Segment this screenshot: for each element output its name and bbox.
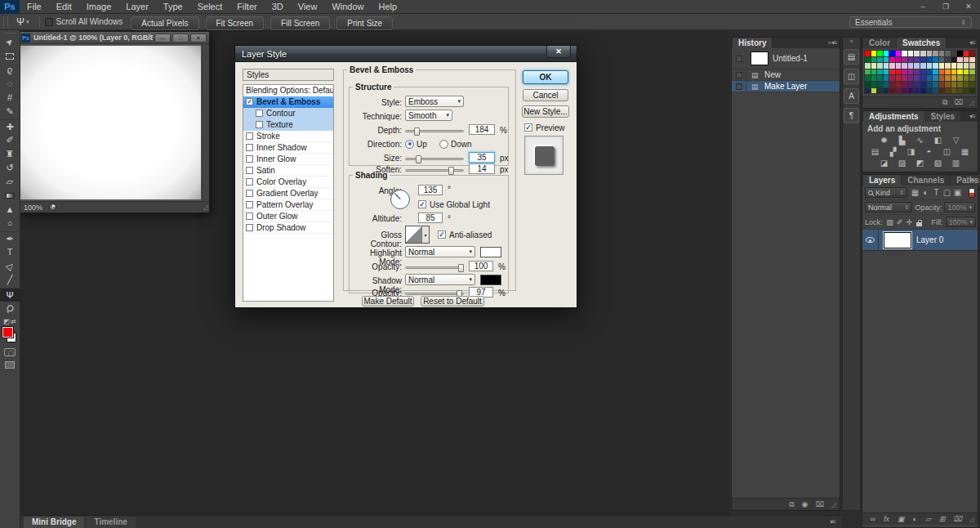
swatch[interactable] xyxy=(945,88,951,94)
direction-down-radio[interactable] xyxy=(439,140,448,149)
document-info-icon[interactable] xyxy=(49,204,56,211)
swatch[interactable] xyxy=(896,63,902,69)
swatch[interactable] xyxy=(933,69,938,75)
layer-style-list-item[interactable]: ✓ Bevel & Emboss xyxy=(243,96,333,108)
layer-filter-toggle[interactable] xyxy=(969,188,975,198)
style-checkbox[interactable] xyxy=(246,144,253,151)
hand-tool[interactable]: Ψ xyxy=(0,288,20,302)
menu-item[interactable]: Window xyxy=(324,0,371,14)
swatch[interactable] xyxy=(957,82,963,87)
default-colors-icon[interactable]: ◩ xyxy=(3,318,10,325)
close-button[interactable]: ✕ xyxy=(957,0,980,14)
swatch[interactable] xyxy=(927,82,933,87)
menu-item[interactable]: Layer xyxy=(118,0,156,14)
history-brush-source-box[interactable] xyxy=(736,56,742,62)
new-adjustment-layer-icon[interactable]: ◐ xyxy=(913,516,917,523)
swatch[interactable] xyxy=(877,69,883,75)
layer-style-list-item[interactable]: Drop Shadow xyxy=(243,222,333,234)
eyedropper-tool[interactable]: ✎ xyxy=(0,105,20,119)
highlight-opacity-slider[interactable] xyxy=(405,266,464,269)
swatch[interactable] xyxy=(969,57,975,63)
tab-mini-bridge[interactable]: Mini Bridge xyxy=(24,517,84,528)
resize-grip-icon[interactable]: ◿ xyxy=(969,99,974,106)
rectangular-marquee-tool[interactable] xyxy=(0,49,20,63)
tab-layers[interactable]: Layers xyxy=(863,175,901,186)
angle-dial[interactable] xyxy=(390,190,410,209)
toolbar-grip[interactable] xyxy=(5,33,16,34)
swatch[interactable] xyxy=(871,69,877,75)
swatch[interactable] xyxy=(951,75,957,81)
menu-item[interactable]: Image xyxy=(79,0,119,14)
resize-grip-icon[interactable]: ◿ xyxy=(969,516,974,523)
menu-item[interactable]: Help xyxy=(372,0,405,14)
swatch[interactable] xyxy=(939,75,945,81)
swatch[interactable] xyxy=(871,63,877,69)
swatch[interactable] xyxy=(889,69,895,75)
swatch[interactable] xyxy=(908,69,914,75)
crop-tool[interactable]: # xyxy=(0,91,20,105)
options-bar-button[interactable]: Actual Pixels xyxy=(131,16,198,30)
swatch[interactable] xyxy=(902,69,907,75)
hue-saturation-icon[interactable]: ▤ xyxy=(869,146,882,157)
swatch[interactable] xyxy=(871,75,877,81)
swatch[interactable] xyxy=(927,88,933,94)
swatch[interactable] xyxy=(945,82,951,87)
dialog-title-bar[interactable]: Layer Style xyxy=(235,46,577,62)
levels-icon[interactable]: ▙ xyxy=(896,135,909,145)
layer-style-list-item[interactable]: Inner Shadow xyxy=(243,142,333,154)
swatch[interactable] xyxy=(927,63,933,69)
swatch[interactable] xyxy=(964,69,969,75)
new-layer-icon[interactable]: ⊞ xyxy=(939,516,946,523)
filter-type-layers-icon[interactable]: T xyxy=(931,188,942,197)
zoom-tool[interactable]: Q xyxy=(0,302,20,315)
selective-color-icon[interactable]: ▥ xyxy=(950,158,963,168)
line-tool[interactable]: ╱ xyxy=(0,273,20,287)
technique-select[interactable]: Smooth ▾ xyxy=(405,110,452,121)
swatch[interactable] xyxy=(964,51,969,56)
scroll-all-windows-checkbox[interactable] xyxy=(45,18,53,26)
swatch[interactable] xyxy=(914,63,920,69)
menu-item[interactable]: Select xyxy=(190,0,230,14)
clone-stamp-tool[interactable]: ♜ xyxy=(0,147,20,161)
history-brush-tool[interactable]: ↺ xyxy=(0,161,20,175)
swatch[interactable] xyxy=(865,63,871,69)
layer-visibility-eye-icon[interactable] xyxy=(866,237,875,243)
swatch[interactable] xyxy=(902,57,907,63)
swatch[interactable] xyxy=(957,69,963,75)
angle-value-field[interactable]: 135 xyxy=(418,185,443,195)
document-title-bar[interactable]: Ps Untitled-1 @ 100% (Layer 0, RGB/8) * … xyxy=(19,32,209,44)
make-default-button[interactable]: Make Default xyxy=(362,296,414,307)
options-bar-button[interactable]: Fill Screen xyxy=(270,16,330,30)
swatch[interactable] xyxy=(969,75,975,81)
type-tool[interactable]: T xyxy=(0,245,20,259)
swatch[interactable] xyxy=(951,63,957,69)
swatch[interactable] xyxy=(957,75,963,81)
swatch[interactable] xyxy=(969,51,975,56)
swatch[interactable] xyxy=(877,75,883,81)
move-tool[interactable]: ➤ xyxy=(0,35,20,49)
swatch[interactable] xyxy=(865,57,871,63)
cancel-button[interactable]: Cancel xyxy=(523,89,568,101)
fill-select[interactable]: 100% ▾ xyxy=(946,217,977,227)
panel-menu-icon[interactable]: ▾≡ xyxy=(969,177,975,184)
swatch[interactable] xyxy=(884,75,889,81)
posterize-icon[interactable]: ▨ xyxy=(896,158,909,168)
swatch[interactable] xyxy=(889,75,895,81)
layer-style-list-item[interactable]: Contour xyxy=(243,108,333,119)
swatch[interactable] xyxy=(964,75,969,81)
vibrance-icon[interactable]: ▽ xyxy=(950,135,963,145)
collapse-icon[interactable]: » xyxy=(828,39,831,47)
swatch[interactable] xyxy=(884,88,889,94)
swatch[interactable] xyxy=(920,51,926,56)
lock-position-icon[interactable]: ✛ xyxy=(905,218,915,226)
swatch[interactable] xyxy=(908,75,914,81)
direction-up-radio[interactable] xyxy=(405,140,414,149)
tab-channels[interactable]: Channels xyxy=(902,175,950,186)
channel-mixer-icon[interactable]: ◫ xyxy=(941,146,954,157)
layer-filter-kind-select[interactable]: Kind ⇕ xyxy=(865,187,907,198)
delete-state-icon[interactable]: ⌧ xyxy=(815,501,823,508)
blend-mode-select[interactable]: Normal ⇕ xyxy=(865,202,912,213)
altitude-value-field[interactable]: 85 xyxy=(418,213,443,223)
history-snapshot-row[interactable]: Untitled-1 xyxy=(732,48,840,69)
restore-button[interactable]: ❐ xyxy=(934,0,957,14)
